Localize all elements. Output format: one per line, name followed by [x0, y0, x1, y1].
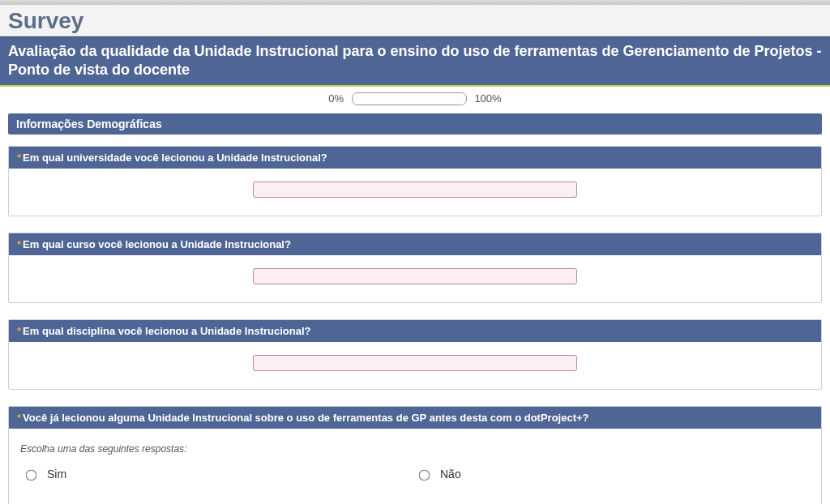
question-header: *Você já lecionou alguma Unidade Instruc… [9, 407, 821, 429]
question-text: Em qual universidade você lecionou a Uni… [23, 152, 327, 164]
question-header: *Em qual curso você lecionou a Unidade I… [9, 233, 821, 255]
radio-input-no[interactable] [419, 469, 430, 481]
required-star-icon: * [17, 238, 21, 250]
course-input[interactable] [253, 268, 577, 284]
question-body [9, 342, 821, 389]
question-header: *Em qual disciplina você lecionou a Unid… [9, 320, 821, 342]
radio-option-yes[interactable]: Sim [22, 468, 415, 481]
question-block-discipline: *Em qual disciplina você lecionou a Unid… [8, 319, 822, 390]
question-block-university: *Em qual universidade você lecionou a Un… [8, 146, 822, 216]
radio-row: Sim Não [17, 466, 813, 487]
radio-input-yes[interactable] [26, 469, 37, 481]
required-star-icon: * [17, 152, 21, 164]
question-text: Em qual curso você lecionou a Unidade In… [23, 238, 291, 250]
question-body [9, 169, 821, 216]
page-title: Survey [0, 5, 830, 36]
required-star-icon: * [17, 412, 21, 424]
question-block-course: *Em qual curso você lecionou a Unidade I… [8, 233, 822, 303]
university-input[interactable] [253, 182, 577, 198]
radio-option-no[interactable]: Não [415, 468, 808, 481]
question-text: Você já lecionou alguma Unidade Instruci… [23, 412, 588, 424]
question-header: *Em qual universidade você lecionou a Un… [9, 147, 821, 169]
question-text: Em qual disciplina você lecionou a Unida… [23, 325, 310, 337]
progress-row: 0% 100% [0, 87, 830, 113]
discipline-input[interactable] [253, 355, 577, 371]
question-hint: Escolha uma das seguintes respostas: [20, 443, 813, 455]
question-body: Escolha uma das seguintes respostas: Sim… [9, 429, 821, 504]
progress-left-label: 0% [328, 92, 344, 105]
progress-right-label: 100% [474, 92, 501, 105]
progress-bar [352, 92, 467, 105]
required-star-icon: * [17, 325, 21, 337]
question-block-prior-experience: *Você já lecionou alguma Unidade Instruc… [8, 406, 822, 504]
survey-title: Avaliação da qualidade da Unidade Instru… [0, 36, 830, 87]
question-body [9, 255, 821, 302]
radio-label-no: Não [440, 468, 461, 481]
section-header-demographics: Informações Demográficas [8, 113, 822, 135]
radio-label-yes: Sim [47, 468, 66, 481]
